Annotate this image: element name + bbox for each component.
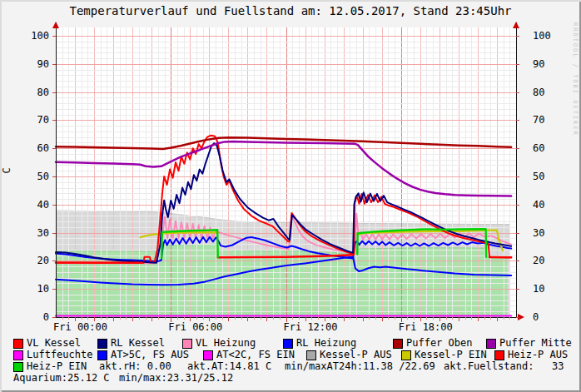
legend-label: akt.rH: 0.00 — [99, 361, 171, 372]
legend-swatch — [182, 339, 192, 349]
legend-swatch — [486, 339, 496, 349]
legend-label: AT<2C, FS EIN — [216, 350, 295, 360]
legend-label: Puffer Oben — [406, 338, 472, 349]
legend-item: Kessel-P EIN — [401, 350, 487, 360]
y-tick-label-left: 30 — [37, 227, 49, 239]
y-tick-label-left: 10 — [37, 283, 49, 295]
legend-label: Puffer Mitte — [499, 338, 572, 349]
legend-item: Heiz-P EIN — [13, 361, 87, 372]
x-tick-label: Fri 18:00 — [399, 321, 453, 333]
x-tick-label: Fri 12:00 — [284, 321, 338, 333]
legend-item: VL Kessel — [13, 338, 81, 349]
watermark-rrdtool: RRDTOOL / TOBI OETIKER — [572, 22, 579, 136]
legend-item: Heiz-P AUS — [494, 350, 568, 360]
legend-item: AT<2C, FS EIN — [203, 350, 295, 360]
legend-item: Puffer Oben — [393, 338, 472, 349]
y-tick-label-right: 90 — [533, 58, 544, 70]
legend-stat: min/max:23.31/25.12 — [119, 373, 233, 384]
legend-row: Heiz-P EINakt.rH: 0.00akt.AT:14.81 Cmin/… — [0, 361, 581, 373]
legend-label: min/maxAT24h:11.38 /22.69 — [285, 361, 435, 372]
x-tick-label: Fri 00:00 — [53, 321, 107, 333]
legend-label: Heiz-P EIN — [27, 361, 87, 372]
y-tick-label-right: 100 — [533, 30, 551, 42]
legend-swatch — [283, 339, 293, 349]
legend-label: Aquarium:25.12 C — [13, 373, 110, 384]
y-tick-label-left: 90 — [37, 58, 49, 70]
legend-label: RL Kessel — [111, 338, 165, 349]
legend-label: AT>5C, FS AUS — [111, 350, 189, 360]
y-tick-label-left: 0 — [43, 311, 49, 323]
x-tick-label: Fri 06:00 — [168, 321, 222, 333]
y-tick-label-left: 20 — [37, 255, 49, 266]
legend-stat: min/maxAT24h:11.38 /22.69 — [285, 361, 435, 372]
y-tick-label-right: 20 — [533, 255, 544, 266]
y-tick-label-left: 40 — [37, 199, 49, 211]
y-tick-label-left: 60 — [37, 142, 49, 154]
y-tick-label-left: 100 — [31, 30, 49, 42]
legend-label: akt.Fuellstand: 33 — [444, 361, 564, 372]
legend-swatch — [97, 350, 107, 360]
legend-label: RL Heizung — [296, 338, 356, 349]
legend-item: RL Kessel — [97, 338, 165, 349]
legend-swatch — [97, 339, 107, 349]
legend-swatch — [203, 350, 213, 360]
legend-swatch — [494, 350, 504, 360]
y-tick-label-right: 40 — [533, 199, 544, 211]
legend-swatch — [401, 350, 411, 360]
legend-item: AT>5C, FS AUS — [97, 350, 189, 360]
legend-stat: Aquarium:25.12 C — [13, 373, 110, 384]
y-tick-label-right: 80 — [533, 87, 544, 98]
y-tick-label-right: 10 — [533, 283, 544, 295]
legend-label: min/max:23.31/25.12 — [119, 373, 233, 384]
legend-stat: akt.rH: 0.00 — [99, 361, 171, 372]
legend-swatch — [13, 339, 23, 349]
legend-item: VL Heizung — [182, 338, 256, 349]
y-tick-label-left: 80 — [37, 87, 49, 98]
y-tick-label-right: 30 — [533, 227, 544, 239]
legend-label: Heiz-P AUS — [508, 350, 568, 360]
legend-row: Aquarium:25.12 Cmin/max:23.31/25.12 — [0, 373, 581, 385]
rrdtool-graph: Temperaturverlauf und Fuellstand am: 12.… — [0, 0, 581, 392]
y-axis-arrow-left — [52, 22, 59, 28]
legend-item: Kessel-P AUS — [306, 350, 392, 360]
legend-stat: akt.AT:14.81 C — [187, 361, 271, 372]
legend-swatch — [13, 362, 23, 372]
legend-label: VL Kessel — [27, 338, 81, 349]
legend-label: akt.AT:14.81 C — [187, 361, 271, 372]
legend-item: RL Heizung — [283, 338, 356, 349]
y-tick-label-right: 50 — [533, 171, 544, 182]
y-tick-label-right: 60 — [533, 142, 544, 154]
y-tick-label-left: 70 — [37, 114, 49, 126]
y-tick-label-right: 70 — [533, 114, 544, 126]
legend-swatch — [306, 350, 316, 360]
legend-stat: akt.Fuellstand: 33 — [444, 361, 564, 372]
legend-row: LuftfeuchteAT>5C, FS AUSAT<2C, FS EINKes… — [0, 350, 581, 361]
legend-label: Kessel-P EIN — [415, 350, 487, 360]
legend-row: VL KesselRL KesselVL HeizungRL HeizungPu… — [0, 338, 581, 350]
y-tick-label-left: 50 — [37, 171, 49, 182]
y-tick-label-right: 0 — [533, 311, 539, 323]
legend-label: Kessel-P AUS — [320, 350, 392, 360]
chart-canvas: 0010102020303040405050606070708080909010… — [0, 0, 581, 337]
legend-swatch — [393, 339, 403, 349]
legend-label: VL Heizung — [196, 338, 256, 349]
legend-item: Puffer Mitte — [486, 338, 572, 349]
y-axis-arrow-right — [513, 22, 519, 28]
legend-item: Luftfeuchte — [13, 350, 92, 360]
legend-swatch — [13, 350, 23, 360]
legend-label: Luftfeuchte — [27, 350, 92, 360]
